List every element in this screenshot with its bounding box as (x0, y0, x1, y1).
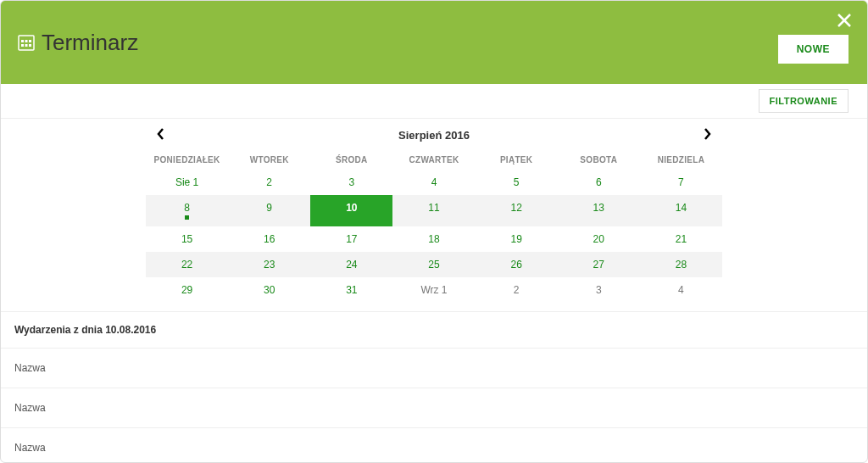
calendar-day-cell[interactable]: Sie 1 (146, 170, 228, 195)
calendar-day-cell[interactable]: 21 (640, 226, 722, 252)
new-button[interactable]: NOWE (778, 35, 849, 64)
calendar-day-cell[interactable]: 29 (146, 277, 228, 303)
calendar-day-cell[interactable]: 15 (146, 226, 228, 252)
calendar-day-cell[interactable]: 7 (640, 170, 722, 195)
calendar-day-cell[interactable]: 11 (392, 195, 475, 226)
calendar-day-cell[interactable]: 3 (310, 170, 392, 195)
calendar-day-cell[interactable]: 23 (228, 252, 310, 277)
calendar-day-cell[interactable]: 25 (392, 252, 475, 277)
prev-month-button[interactable] (154, 127, 168, 141)
calendar-day-cell[interactable]: 2 (228, 170, 310, 195)
svg-rect-4 (21, 44, 24, 47)
app-header: Terminarz NOWE (1, 1, 867, 84)
svg-rect-3 (29, 40, 31, 42)
calendar-day-cell[interactable]: 4 (392, 170, 475, 195)
calendar-week-row: 891011121314 (146, 195, 722, 226)
svg-rect-0 (19, 36, 34, 50)
calendar-day-cell[interactable]: 3 (558, 277, 640, 303)
calendar-month-row: Sierpień 2016 (146, 124, 722, 150)
svg-rect-1 (21, 40, 24, 42)
filter-button[interactable]: FILTROWANIE (759, 89, 849, 113)
event-list: NazwaNazwaNazwa (1, 349, 867, 463)
event-row[interactable]: Nazwa (1, 349, 867, 388)
calendar-dow: CZWARTEK (392, 150, 475, 170)
page-title: Terminarz (42, 30, 138, 56)
calendar-dow: NIEDZIELA (640, 150, 722, 170)
calendar-day-cell[interactable]: 22 (146, 252, 228, 277)
calendar-day-cell[interactable]: 13 (558, 195, 640, 226)
calendar-day-cell[interactable]: 2 (476, 277, 558, 303)
calendar-icon (18, 34, 35, 51)
calendar-day-cell[interactable]: 31 (310, 277, 392, 303)
calendar-day-cell[interactable]: 5 (476, 170, 558, 195)
calendar-day-cell[interactable]: 19 (476, 226, 558, 252)
calendar-day-cell[interactable]: 10 (310, 195, 392, 226)
svg-rect-2 (25, 40, 28, 42)
calendar-dow: WTOREK (228, 150, 310, 170)
calendar-dow: SOBOTA (558, 150, 640, 170)
calendar-dow: PIĄTEK (476, 150, 558, 170)
events-section: Wydarzenia z dnia 10.08.2016 NazwaNazwaN… (1, 312, 867, 463)
calendar-day-cell[interactable]: 16 (228, 226, 310, 252)
calendar-week-row: 22232425262728 (146, 252, 722, 277)
calendar-day-cell[interactable]: 4 (640, 277, 722, 303)
calendar-day-cell[interactable]: 6 (558, 170, 640, 195)
svg-rect-6 (29, 44, 31, 47)
calendar-dow: PONIEDZIAŁEK (146, 150, 228, 170)
svg-rect-5 (25, 44, 28, 47)
event-row[interactable]: Nazwa (1, 428, 867, 463)
calendar: Sierpień 2016 PONIEDZIAŁEKWTOREKŚRODACZW… (146, 124, 722, 303)
next-month-button[interactable] (700, 127, 714, 141)
calendar-day-cell[interactable]: 27 (558, 252, 640, 277)
calendar-weeks: Sie 123456789101112131415161718192021222… (146, 170, 722, 303)
calendar-day-cell[interactable]: 20 (558, 226, 640, 252)
header-title-wrap: Terminarz (18, 30, 138, 56)
event-indicator-dot (185, 215, 189, 220)
calendar-day-cell[interactable]: 30 (228, 277, 310, 303)
calendar-week-row: Sie 1234567 (146, 170, 722, 195)
calendar-day-headers: PONIEDZIAŁEKWTOREKŚRODACZWARTEKPIĄTEKSOB… (146, 150, 722, 170)
month-label: Sierpień 2016 (398, 129, 470, 142)
calendar-day-cell[interactable]: 12 (476, 195, 558, 226)
filter-bar: FILTROWANIE (1, 84, 867, 119)
calendar-day-cell[interactable]: 14 (640, 195, 722, 226)
calendar-section: Sierpień 2016 PONIEDZIAŁEKWTOREKŚRODACZW… (1, 119, 867, 312)
event-row[interactable]: Nazwa (1, 388, 867, 428)
close-icon[interactable] (835, 11, 854, 30)
calendar-week-row: 15161718192021 (146, 226, 722, 252)
calendar-day-cell[interactable]: 17 (310, 226, 392, 252)
calendar-week-row: 293031Wrz 1234 (146, 277, 722, 303)
calendar-dow: ŚRODA (310, 150, 392, 170)
calendar-day-cell[interactable]: 24 (310, 252, 392, 277)
calendar-day-cell[interactable]: 8 (146, 195, 228, 226)
calendar-day-cell[interactable]: 28 (640, 252, 722, 277)
calendar-day-cell[interactable]: 26 (476, 252, 558, 277)
calendar-day-cell[interactable]: Wrz 1 (392, 277, 475, 303)
events-heading: Wydarzenia z dnia 10.08.2016 (1, 312, 867, 349)
calendar-day-cell[interactable]: 9 (228, 195, 310, 226)
calendar-day-cell[interactable]: 18 (392, 226, 475, 252)
